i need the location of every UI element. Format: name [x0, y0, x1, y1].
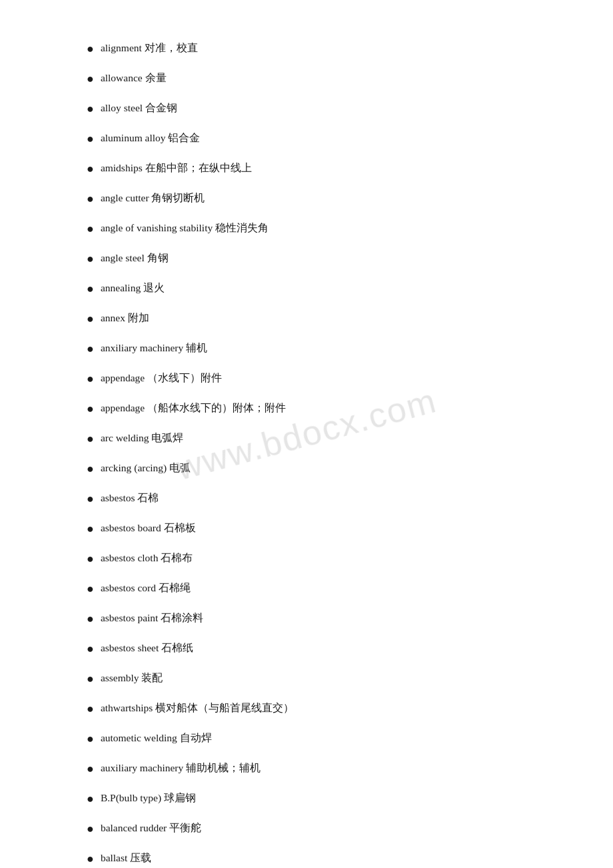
- entry-text: ballast 压载: [101, 850, 526, 867]
- entry-text: angle of vanishing stability 稳性消失角: [101, 220, 526, 237]
- entry-text: asbestos cord 石棉绳: [101, 580, 526, 597]
- bullet-icon: ●: [87, 460, 94, 478]
- list-item: ●auxiliary machinery 辅助机械；辅机: [87, 760, 526, 778]
- list-item: ●assembly 装配: [87, 670, 526, 688]
- bullet-icon: ●: [87, 70, 94, 88]
- bullet-icon: ●: [87, 370, 94, 388]
- bullet-icon: ●: [87, 310, 94, 328]
- bullet-icon: ●: [87, 430, 94, 448]
- list-item: ●arc welding 电弧焊: [87, 430, 526, 448]
- list-item: ●annex 附加: [87, 310, 526, 328]
- entry-text: asbestos sheet 石棉纸: [101, 640, 526, 657]
- bullet-icon: ●: [87, 580, 94, 598]
- entry-text: auxiliary machinery 辅助机械；辅机: [101, 760, 526, 777]
- entry-text: assembly 装配: [101, 670, 526, 687]
- entry-text: anxiliary machinery 辅机: [101, 340, 526, 357]
- list-item: ●anxiliary machinery 辅机: [87, 340, 526, 358]
- entry-text: asbestos 石棉: [101, 490, 526, 507]
- list-item: ●angle cutter 角钢切断机: [87, 190, 526, 208]
- entry-text: B.P(bulb type) 球扁钢: [101, 790, 526, 807]
- bullet-icon: ●: [87, 760, 94, 778]
- list-item: ●annealing 退火: [87, 280, 526, 298]
- entry-text: asbestos cloth 石棉布: [101, 550, 526, 567]
- list-item: ●angle steel 角钢: [87, 250, 526, 268]
- entry-text: arc welding 电弧焊: [101, 430, 526, 447]
- bullet-icon: ●: [87, 640, 94, 658]
- list-item: ●asbestos board 石棉板: [87, 520, 526, 538]
- bullet-icon: ●: [87, 100, 94, 118]
- list-item: ●asbestos cloth 石棉布: [87, 550, 526, 568]
- entry-text: angle steel 角钢: [101, 250, 526, 267]
- entry-text: alloy steel 合金钢: [101, 100, 526, 117]
- bullet-icon: ●: [87, 190, 94, 208]
- bullet-icon: ●: [87, 130, 94, 148]
- bullet-icon: ●: [87, 550, 94, 568]
- entry-text: asbestos board 石棉板: [101, 520, 526, 537]
- entry-text: annealing 退火: [101, 280, 526, 297]
- entry-text: annex 附加: [101, 310, 526, 327]
- entry-text: arcking (arcing) 电弧: [101, 460, 526, 477]
- list-item: ●autometic welding 自动焊: [87, 730, 526, 748]
- list-item: ●aluminum alloy 铝合金: [87, 130, 526, 148]
- bullet-icon: ●: [87, 160, 94, 178]
- list-item: ●appendage （水线下）附件: [87, 370, 526, 388]
- list-item: ●B.P(bulb type) 球扁钢: [87, 790, 526, 808]
- bullet-icon: ●: [87, 520, 94, 538]
- list-item: ●balanced rudder 平衡舵: [87, 820, 526, 838]
- list-item: ●alignment 对准，校直: [87, 40, 526, 58]
- entry-text: angle cutter 角钢切断机: [101, 190, 526, 207]
- list-item: ●asbestos 石棉: [87, 490, 526, 508]
- entry-text: autometic welding 自动焊: [101, 730, 526, 747]
- bullet-icon: ●: [87, 400, 94, 418]
- bullet-icon: ●: [87, 250, 94, 268]
- entry-text: asbestos paint 石棉涂料: [101, 610, 526, 627]
- bullet-icon: ●: [87, 490, 94, 508]
- entry-text: appendage （水线下）附件: [101, 370, 526, 387]
- entry-text: aluminum alloy 铝合金: [101, 130, 526, 147]
- bullet-icon: ●: [87, 340, 94, 358]
- bullet-icon: ●: [87, 850, 94, 868]
- bullet-icon: ●: [87, 40, 94, 58]
- list-item: ●ballast 压载: [87, 850, 526, 868]
- entry-text: balanced rudder 平衡舵: [101, 820, 526, 837]
- glossary-list: ●alignment 对准，校直●allowance 余量●alloy stee…: [87, 40, 526, 868]
- list-item: ●allowance 余量: [87, 70, 526, 88]
- list-item: ●appendage （船体水线下的）附体；附件: [87, 400, 526, 418]
- bullet-icon: ●: [87, 220, 94, 238]
- bullet-icon: ●: [87, 790, 94, 808]
- list-item: ●amidships 在船中部；在纵中线上: [87, 160, 526, 178]
- bullet-icon: ●: [87, 610, 94, 628]
- entry-text: athwartships 横对船体（与船首尾线直交）: [101, 700, 526, 717]
- list-item: ●asbestos cord 石棉绳: [87, 580, 526, 598]
- bullet-icon: ●: [87, 820, 94, 838]
- entry-text: amidships 在船中部；在纵中线上: [101, 160, 526, 177]
- bullet-icon: ●: [87, 700, 94, 718]
- bullet-icon: ●: [87, 670, 94, 688]
- list-item: ●arcking (arcing) 电弧: [87, 460, 526, 478]
- bullet-icon: ●: [87, 280, 94, 298]
- entry-text: alignment 对准，校直: [101, 40, 526, 57]
- list-item: ●alloy steel 合金钢: [87, 100, 526, 118]
- list-item: ●asbestos paint 石棉涂料: [87, 610, 526, 628]
- entry-text: allowance 余量: [101, 70, 526, 87]
- bullet-icon: ●: [87, 730, 94, 748]
- list-item: ●angle of vanishing stability 稳性消失角: [87, 220, 526, 238]
- list-item: ●asbestos sheet 石棉纸: [87, 640, 526, 658]
- list-item: ●athwartships 横对船体（与船首尾线直交）: [87, 700, 526, 718]
- entry-text: appendage （船体水线下的）附体；附件: [101, 400, 526, 417]
